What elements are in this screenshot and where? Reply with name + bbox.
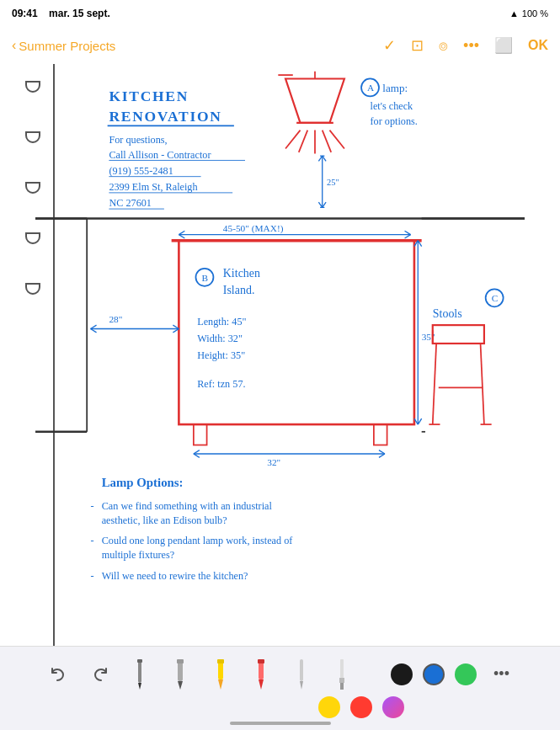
island-label-2: Island. (223, 284, 255, 296)
bullet2-line2: multiple fixtures? (102, 549, 175, 561)
color-red[interactable] (350, 696, 372, 718)
color-black[interactable] (391, 663, 413, 685)
title-renovation: RENOVATION (109, 108, 221, 125)
share-icon[interactable]: ••• (463, 37, 479, 55)
island-ref: Ref: tzn 57. (197, 378, 245, 390)
island-label-1: Kitchen (223, 267, 260, 280)
svg-line-51 (433, 344, 436, 424)
battery-label: 100 % (522, 8, 548, 19)
dim-32: 32" (267, 457, 280, 467)
svg-rect-74 (300, 659, 303, 681)
status-time-date: 09:41 mar. 15 sept. (12, 8, 110, 19)
dim-45-50: 45-50" (MAX!) (223, 223, 284, 234)
svg-rect-70 (217, 659, 224, 663)
svg-line-11 (323, 131, 331, 152)
svg-marker-5 (285, 78, 344, 122)
svg-rect-76 (340, 659, 344, 678)
bullet2-dash: - (91, 535, 94, 546)
contact-line2: Call Allison - Contractor (109, 149, 211, 161)
nav-bar: ‹ Summer Projects ✓ ⊡ ⌾ ••• ⬜ OK (0, 27, 560, 64)
color-green[interactable] (455, 663, 477, 685)
toolbar-top-row: ••• (44, 656, 517, 693)
lamp-note-1: let's check (371, 100, 414, 112)
toolbar: ••• (0, 646, 560, 730)
pen-tool-c[interactable] (205, 659, 236, 690)
svg-rect-78 (340, 683, 344, 690)
canvas: KITCHEN RENOVATION For questions, Call A… (0, 64, 560, 646)
bullet1-dash: - (91, 500, 94, 512)
undo-button[interactable] (44, 659, 74, 690)
pen-tool-f[interactable] (327, 659, 357, 690)
svg-line-52 (481, 344, 484, 424)
svg-line-9 (299, 131, 307, 152)
bullet3-dash: - (91, 570, 94, 582)
color-yellow[interactable] (318, 696, 340, 718)
svg-line-45 (194, 454, 200, 457)
svg-rect-62 (138, 659, 141, 683)
back-button[interactable]: ‹ Summer Projects (12, 38, 115, 53)
status-bar: 09:41 mar. 15 sept. ▲ 100 % (0, 0, 560, 27)
lasso-icon[interactable]: ⌾ (439, 37, 448, 55)
dim-25: 25" (327, 178, 339, 187)
svg-rect-73 (258, 659, 264, 663)
color-custom[interactable] (382, 696, 404, 718)
contact-zip: NC 27601 (109, 197, 152, 209)
island-length: Length: 45" (197, 316, 246, 328)
bullet3-line1: Will we need to rewire the kitchen? (102, 570, 248, 582)
wifi-icon: ▲ (509, 8, 519, 19)
pen-tool-a[interactable] (125, 659, 155, 690)
island-height: Height: 35" (197, 349, 245, 361)
circle-c-label: C (492, 293, 499, 303)
stool-label: Stools (433, 307, 462, 320)
circle-b-label: B (201, 273, 208, 283)
svg-rect-32 (374, 424, 387, 445)
svg-rect-67 (177, 659, 184, 663)
svg-line-12 (329, 131, 344, 149)
contact-phone: (919) 555-2481 (109, 165, 173, 177)
toolbar-bottom-row (157, 693, 404, 722)
chevron-left-icon: ‹ (12, 38, 16, 53)
svg-rect-48 (433, 325, 484, 344)
lamp-options-header: Lamp Options: (102, 476, 184, 489)
back-label: Summer Projects (19, 39, 115, 53)
checkmark-icon[interactable]: ✓ (383, 36, 396, 55)
lamp-label: lamp: (382, 82, 408, 94)
svg-rect-77 (339, 678, 344, 683)
lamp-note-2: for options. (371, 115, 418, 127)
status-time: 09:41 (12, 8, 38, 19)
svg-marker-75 (300, 681, 303, 690)
svg-marker-66 (178, 681, 183, 690)
svg-line-47 (379, 454, 385, 457)
home-indicator (230, 722, 331, 725)
pen-tool-b[interactable] (165, 659, 195, 690)
status-date: mar. 15 sept. (49, 8, 110, 19)
nav-icons: ✓ ⊡ ⌾ ••• ⬜ OK (383, 36, 548, 55)
svg-line-8 (285, 131, 300, 149)
status-indicators: ▲ 100 % (509, 8, 548, 19)
redo-button[interactable] (84, 659, 115, 690)
more-options-button[interactable]: ••• (487, 659, 517, 690)
pen-tool-e[interactable] (286, 659, 317, 690)
handwriting-canvas: KITCHEN RENOVATION For questions, Call A… (0, 64, 560, 646)
island-width: Width: 32" (197, 333, 243, 344)
svg-rect-64 (137, 659, 142, 663)
svg-marker-63 (138, 683, 141, 690)
color-blue[interactable] (423, 663, 445, 685)
pen-tool-d[interactable] (246, 659, 276, 690)
bullet1-line1: Can we find something with an industrial (102, 500, 273, 512)
circle-a-label: A (367, 83, 375, 93)
camera-icon[interactable]: ⊡ (411, 36, 424, 55)
markup-icon[interactable]: ⬜ (494, 36, 513, 55)
title-kitchen: KITCHEN (109, 88, 189, 104)
dim-28: 28" (109, 314, 122, 324)
svg-marker-69 (218, 679, 223, 690)
bullet2-line1: Could one long pendant lamp work, instea… (102, 535, 294, 546)
svg-rect-31 (194, 424, 207, 445)
svg-marker-72 (259, 679, 264, 690)
contact-address: 2399 Elm St, Raleigh (109, 181, 197, 193)
bullet1-line2: aesthetic, like an Edison bulb? (102, 514, 227, 526)
contact-line1: For questions, (109, 134, 167, 146)
ok-button[interactable]: OK (528, 38, 548, 53)
